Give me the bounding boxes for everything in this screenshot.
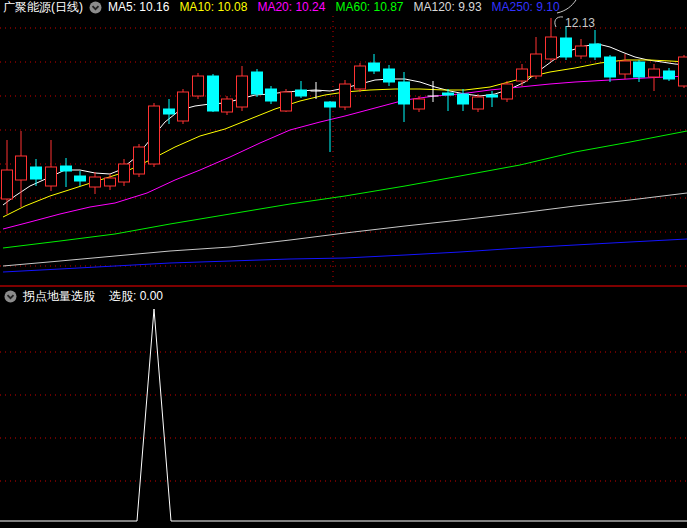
indicator-panel-header: 拐点地量选股 选股: 0.00 xyxy=(0,288,163,304)
price-panel-header: 广聚能源(日线) MA5: 10.16 MA10: 10.08 MA20: 10… xyxy=(0,0,564,15)
chart-canvas[interactable] xyxy=(0,0,687,528)
ma10-label: MA10: 10.08 xyxy=(179,0,247,15)
period-high-annotation: 12.13 xyxy=(565,16,595,30)
indicator-name: 拐点地量选股 xyxy=(23,289,95,304)
ma5-label: MA5: 10.16 xyxy=(108,0,169,15)
panel-divider[interactable] xyxy=(0,285,687,287)
indicator-value: 选股: 0.00 xyxy=(109,289,163,304)
collapse-panel-icon[interactable] xyxy=(89,1,102,14)
stock-title: 广聚能源(日线) xyxy=(3,0,83,15)
ma120-label: MA120: 9.93 xyxy=(414,0,482,15)
ma60-label: MA60: 10.87 xyxy=(335,0,403,15)
ma250-label: MA250: 9.10 xyxy=(492,0,560,15)
collapse-indicator-icon[interactable] xyxy=(4,290,17,303)
trading-app-window: 广聚能源(日线) MA5: 10.16 MA10: 10.08 MA20: 10… xyxy=(0,0,687,528)
ma20-label: MA20: 10.24 xyxy=(257,0,325,15)
